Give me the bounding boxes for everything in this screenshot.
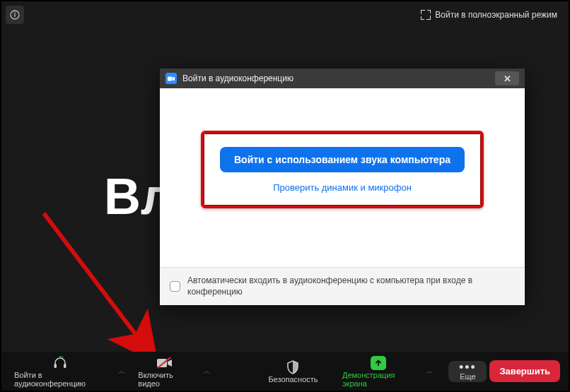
chevron-up-icon: ︿ bbox=[426, 367, 434, 375]
dialog-close-button[interactable]: ✕ bbox=[495, 71, 519, 85]
more-button[interactable]: ••• Еще bbox=[448, 361, 487, 382]
security-label: Безопасность bbox=[268, 375, 318, 384]
end-meeting-button[interactable]: Завершить bbox=[489, 360, 560, 382]
more-dots-icon: ••• bbox=[459, 362, 477, 372]
share-menu-caret[interactable]: ︿ bbox=[421, 367, 439, 376]
top-bar: Войти в полноэкранный режим bbox=[1, 1, 569, 30]
join-audio-label: Войти в аудиоконференцию bbox=[14, 371, 105, 388]
svg-line-3 bbox=[44, 213, 143, 344]
dialog-title: Войти в аудиоконференцию bbox=[182, 73, 293, 83]
chevron-up-icon: ︿ bbox=[118, 367, 125, 375]
annotation-arrow bbox=[30, 206, 171, 362]
dialog-footer: Автоматически входить в аудиоконференцию… bbox=[160, 267, 525, 305]
start-video-label: Включить видео bbox=[138, 371, 191, 388]
annotation-highlight-box: Войти с использованием звука компьютера … bbox=[201, 131, 484, 208]
meeting-toolbar: Войти в аудиоконференцию ︿ Включить виде… bbox=[1, 352, 569, 391]
svg-rect-4 bbox=[168, 76, 173, 81]
dialog-titlebar: Войти в аудиоконференцию ✕ bbox=[160, 69, 525, 88]
dialog-body: Войти с использованием звука компьютера … bbox=[160, 88, 525, 267]
shield-icon bbox=[286, 360, 299, 375]
join-audio-dialog: Войти в аудиоконференцию ✕ Войти с испол… bbox=[160, 69, 525, 305]
fullscreen-icon bbox=[421, 10, 431, 20]
audio-menu-caret[interactable]: ︿ bbox=[112, 367, 131, 376]
auto-join-audio-checkbox[interactable] bbox=[170, 281, 180, 292]
close-icon: ✕ bbox=[504, 73, 511, 84]
zoom-app-icon bbox=[165, 73, 177, 84]
svg-rect-7 bbox=[157, 359, 167, 367]
join-audio-button[interactable]: Войти в аудиоконференцию bbox=[10, 354, 110, 389]
test-speaker-mic-link[interactable]: Проверить динамик и микрофон bbox=[273, 182, 412, 193]
svg-rect-5 bbox=[54, 364, 57, 368]
join-computer-audio-button[interactable]: Войти с использованием звука компьютера bbox=[220, 147, 465, 172]
share-screen-icon bbox=[371, 355, 386, 371]
fullscreen-label: Войти в полноэкранный режим bbox=[435, 10, 557, 20]
meeting-info-button[interactable] bbox=[6, 6, 24, 24]
start-video-button[interactable]: Включить видео bbox=[134, 354, 195, 389]
auto-join-audio-label: Автоматически входить в аудиоконференцию… bbox=[187, 275, 515, 297]
svg-rect-6 bbox=[64, 364, 66, 368]
enter-fullscreen-button[interactable]: Войти в полноэкранный режим bbox=[417, 7, 562, 23]
more-label: Еще bbox=[460, 372, 475, 381]
share-screen-button[interactable]: Демонстрация экрана bbox=[338, 354, 418, 389]
svg-rect-2 bbox=[14, 14, 15, 17]
headphones-icon bbox=[52, 355, 68, 371]
security-button[interactable]: Безопасность bbox=[267, 358, 320, 385]
share-screen-label: Демонстрация экрана bbox=[342, 371, 414, 388]
svg-point-1 bbox=[14, 12, 16, 13]
video-off-icon bbox=[156, 355, 173, 371]
chevron-up-icon: ︿ bbox=[204, 367, 211, 375]
video-menu-caret[interactable]: ︿ bbox=[198, 367, 216, 376]
